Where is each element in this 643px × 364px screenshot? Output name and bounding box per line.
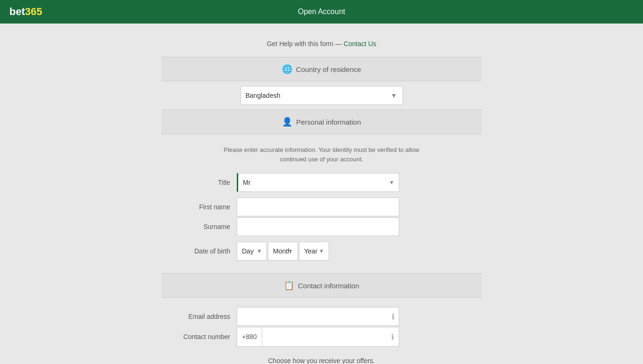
country-select-wrapper: Bangladesh India Pakistan United Kingdom… xyxy=(241,86,403,105)
header: bet365 Open Account xyxy=(0,0,643,24)
phone-input-wrapper: +880 ℹ xyxy=(237,327,399,347)
month-select-wrapper: Month JanuaryFebruaryMarch AprilMayJune … xyxy=(268,242,298,261)
first-name-row: First name xyxy=(161,198,482,216)
country-section-header: 🌐 Country of residence xyxy=(161,57,482,81)
month-select[interactable]: Month JanuaryFebruaryMarch AprilMayJune … xyxy=(268,242,298,261)
country-section: Bangladesh India Pakistan United Kingdom… xyxy=(161,86,482,105)
page-title: Open Account xyxy=(298,8,346,16)
year-select-wrapper: Year 20052004200320022001200019991998199… xyxy=(299,242,329,261)
email-input[interactable] xyxy=(237,307,399,326)
first-name-label: First name xyxy=(161,203,237,211)
email-row: Email address ℹ xyxy=(161,307,482,326)
help-bar: Get Help with this form — Contact Us xyxy=(161,33,482,52)
country-select[interactable]: Bangladesh India Pakistan United Kingdom… xyxy=(241,86,403,105)
personal-info-description: Please enter accurate information. Your … xyxy=(223,139,420,173)
contact-info-label: Contact information xyxy=(298,282,359,290)
year-select[interactable]: Year 20052004200320022001200019991998199… xyxy=(299,242,329,261)
dob-row: Date of birth Day for(let i=1;i<=31;i++)… xyxy=(161,242,482,261)
personal-info-section-header: 👤 Personal information xyxy=(161,110,482,134)
phone-field-wrapper: +880 ℹ xyxy=(237,327,399,347)
contact-icon: 📋 xyxy=(284,280,294,291)
logo-bet-text: bet xyxy=(9,6,25,18)
day-select-wrapper: Day for(let i=1;i<=31;i++) document.writ… xyxy=(237,242,267,261)
phone-prefix: +880 xyxy=(237,327,262,346)
personal-info-label: Personal information xyxy=(296,118,361,126)
email-field-wrapper: ℹ xyxy=(237,307,399,326)
surname-input[interactable] xyxy=(237,217,399,236)
title-row: Title Mr Mrs Miss Ms Dr ▼ xyxy=(161,173,482,192)
title-select[interactable]: Mr Mrs Miss Ms Dr xyxy=(237,173,399,192)
day-select[interactable]: Day for(let i=1;i<=31;i++) document.writ… xyxy=(237,242,267,261)
email-info-icon[interactable]: ℹ xyxy=(392,312,394,321)
first-name-field-wrapper xyxy=(237,198,399,216)
country-section-label: Country of residence xyxy=(296,65,361,73)
email-input-wrapper: ℹ xyxy=(237,307,399,326)
offers-text: Choose how you receive your offers. xyxy=(161,352,482,364)
surname-row: Surname xyxy=(161,217,482,236)
logo: bet365 xyxy=(9,6,42,18)
surname-field-wrapper xyxy=(237,217,399,236)
first-name-input[interactable] xyxy=(237,198,399,216)
phone-info-icon[interactable]: ℹ xyxy=(386,332,399,341)
dob-label: Date of birth xyxy=(161,247,237,255)
logo-365-text: 365 xyxy=(25,6,42,18)
dob-selects: Day for(let i=1;i<=31;i++) document.writ… xyxy=(237,242,329,261)
contact-info-section-header: 📋 Contact information xyxy=(161,273,482,298)
main-content: Get Help with this form — Contact Us 🌐 C… xyxy=(110,24,533,364)
help-text: Get Help with this form — xyxy=(267,40,344,47)
email-label: Email address xyxy=(161,313,237,320)
contact-us-link[interactable]: Contact Us xyxy=(344,40,376,47)
phone-row: Contact number +880 ℹ xyxy=(161,327,482,347)
title-label: Title xyxy=(161,179,237,186)
form-container: Get Help with this form — Contact Us 🌐 C… xyxy=(161,33,482,364)
title-field-wrapper: Mr Mrs Miss Ms Dr ▼ xyxy=(237,173,399,192)
person-icon: 👤 xyxy=(282,117,292,127)
phone-input[interactable] xyxy=(262,327,386,346)
surname-label: Surname xyxy=(161,223,237,230)
globe-icon: 🌐 xyxy=(282,64,292,74)
title-select-wrapper: Mr Mrs Miss Ms Dr ▼ xyxy=(237,173,399,192)
phone-label: Contact number xyxy=(161,333,237,340)
